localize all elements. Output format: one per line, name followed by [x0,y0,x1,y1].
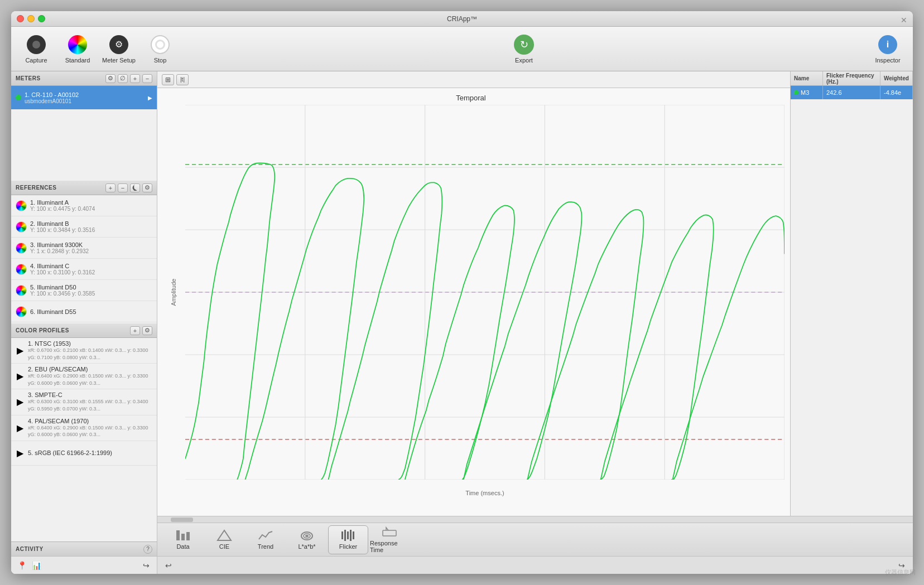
profile-values-4: xR: 0.6400 xG: 0.2900 xB: 0.1500 xW: 0.3… [28,424,152,438]
row-name: M3 [801,89,809,96]
lab-icon [299,529,315,542]
ref-item-4[interactable]: 4. Illuminant C Y: 100 x: 0.3100 y: 0.31… [11,259,157,280]
minimize-button[interactable] [27,15,35,22]
meters-empty-btn[interactable]: ∅ [118,74,128,83]
meter-setup-icon: ⚙ [109,35,129,55]
chart-title: Temporal [157,94,785,102]
meters-list: 1. CR-110 - A00102 usbmodemA00101 ▶ [11,86,157,181]
profile-item-4[interactable]: ▶ 4. PAL/SECAM (1970) xR: 0.6400 xG: 0.2… [11,415,157,441]
tab-lab[interactable]: L*a*b* [287,525,327,554]
meter-item[interactable]: 1. CR-110 - A00102 usbmodemA00101 ▶ [11,86,157,109]
profile-name-2: 2. EBU (PAL/SECAM) [28,366,152,373]
chart-main: ⊞ |t| ✕ Temporal [157,71,913,516]
profile-name-5: 5. sRGB (IEC 61966-2-1:1999) [28,449,152,456]
profile-text-2: 2. EBU (PAL/SECAM) xR: 0.6400 xG: 0.2900… [28,366,152,386]
main-window: CRIApp™ Capture Standard ⚙ Meter Setup [11,11,913,574]
scrollbar[interactable] [157,516,913,523]
play-icon-3: ▶ [16,398,25,407]
tab-cie-label: CIE [219,543,229,550]
titlebar-buttons [17,15,45,22]
profile-item-1[interactable]: ▶ 1. NTSC (1953) xR: 0.6700 xG: 0.2100 x… [11,338,157,364]
ref-icon-5 [16,285,27,296]
ref-values-2: Y: 100 x: 0.3484 y: 0.3516 [30,227,152,233]
col-name: Name [791,71,823,85]
stop-button[interactable]: Stop [141,31,180,67]
maximize-button[interactable] [38,15,45,22]
chart-table-btn[interactable]: ⊞ [162,74,174,85]
ref-text-2: 2. Illuminant B Y: 100 x: 0.3484 y: 0.35… [30,220,152,233]
ref-icon-2 [16,221,27,233]
profile-item-5[interactable]: ▶ 5. sRGB (IEC 61966-2-1:1999) [11,441,157,466]
toolbar: Capture Standard ⚙ Meter Setup Stop [11,27,913,71]
ref-item-6[interactable]: 6. Illuminant D55 [11,301,157,322]
ref-item-3[interactable]: 3. Illuminant 9300K Y: 1 x: 0.2848 y: 0.… [11,238,157,259]
tab-data[interactable]: Data [163,525,203,554]
sidebar-footer-chart-icon[interactable]: 📊 [30,559,42,572]
ref-item-1[interactable]: 1. Illuminant A Y: 100 x: 0.4475 y: 0.40… [11,195,157,216]
export-button[interactable]: ↻ Export [504,31,543,67]
scroll-thumb[interactable] [171,518,193,522]
cp-add-btn[interactable]: + [130,326,140,335]
standard-icon [68,35,88,55]
trend-icon [258,529,273,542]
window-title: CRIApp™ [447,15,477,23]
profile-text-1: 1. NTSC (1953) xR: 0.6700 xG: 0.2100 xB:… [28,340,152,361]
tab-flicker[interactable]: Flicker [328,525,368,554]
ref-values-1: Y: 100 x: 0.4475 y: 0.4074 [30,206,152,212]
meters-add-btn[interactable]: + [130,74,140,83]
inspector-button[interactable]: i Inspector [868,31,907,67]
standard-label: Standard [65,57,90,64]
bottom-footer: ↩ ↪ [157,556,913,574]
close-button[interactable] [17,15,24,22]
color-profiles-label: COLOR PROFILES [16,327,128,333]
ref-item-2[interactable]: 2. Illuminant B Y: 100 x: 0.3484 y: 0.35… [11,216,157,238]
capture-button[interactable]: Capture [17,31,56,67]
stop-label: Stop [154,57,167,64]
tab-trend[interactable]: Trend [246,525,286,554]
meters-settings-btn[interactable]: ⚙ [105,74,116,83]
ref-toggle-btn[interactable]: ⏾ [130,183,140,192]
meters-label: METERS [16,75,103,81]
capture-label: Capture [25,57,47,64]
data-icon [175,529,191,542]
svg-rect-39 [344,530,346,541]
main-content: METERS ⚙ ∅ + − 1. CR-110 - A00102 usbmod… [11,71,913,574]
chart-svg-container: 4,500 4,000 3,500 3,000 2,500 2,000 1,50… [185,105,785,480]
ref-name-4: 4. Illuminant C [30,263,152,269]
tab-cie[interactable]: CIE [204,525,244,554]
meters-remove-btn[interactable]: − [142,74,152,83]
y-axis-label: Amplitude [170,279,177,306]
activity-info-btn[interactable]: ? [143,545,152,554]
footer-left-btn[interactable]: ↩ [162,560,175,571]
meter-sub: usbmodemA00101 [25,98,145,104]
row-weighted-cell: -4.84e [880,86,913,99]
bottom-tabs: Data CIE Trend [157,523,913,556]
chart-cursor-btn[interactable]: |t| [176,74,189,85]
profile-text-5: 5. sRGB (IEC 61966-2-1:1999) [28,449,152,456]
ref-text-4: 4. Illuminant C Y: 100 x: 0.3100 y: 0.31… [30,263,152,275]
standard-button[interactable]: Standard [58,31,97,67]
stop-icon [150,35,170,55]
play-icon-1: ▶ [16,346,25,355]
meter-setup-button[interactable]: ⚙ Meter Setup [99,31,138,67]
ref-item-5[interactable]: 5. Illuminant D50 Y: 100 x: 0.3456 y: 0.… [11,280,157,301]
ref-name-2: 2. Illuminant B [30,220,152,227]
ref-settings-btn[interactable]: ⚙ [142,183,152,192]
tab-lab-label: L*a*b* [298,543,315,550]
svg-rect-40 [347,531,349,539]
capture-icon [26,35,46,55]
cp-settings-btn[interactable]: ⚙ [142,326,152,335]
right-panel-row[interactable]: M3 242.6 -4.84e [791,86,913,99]
profile-item-3[interactable]: ▶ 3. SMPTE-C xR: 0.6300 xG: 0.3100 xB: 0… [11,389,157,415]
ref-add-btn[interactable]: + [105,183,116,192]
tab-response-time[interactable]: Response Time [369,525,410,554]
sidebar-footer-pin-icon[interactable]: 📍 [16,559,28,572]
ref-remove-btn[interactable]: − [118,183,128,192]
sidebar-footer-right-icon[interactable]: ↪ [140,559,152,572]
svg-rect-31 [176,530,180,540]
profile-item-2[interactable]: ▶ 2. EBU (PAL/SECAM) xR: 0.6400 xG: 0.29… [11,364,157,389]
inspector-icon: i [878,35,898,55]
tab-flicker-label: Flicker [339,543,357,550]
tab-data-label: Data [176,543,189,550]
activity-bar: ACTIVITY ? [11,542,157,556]
